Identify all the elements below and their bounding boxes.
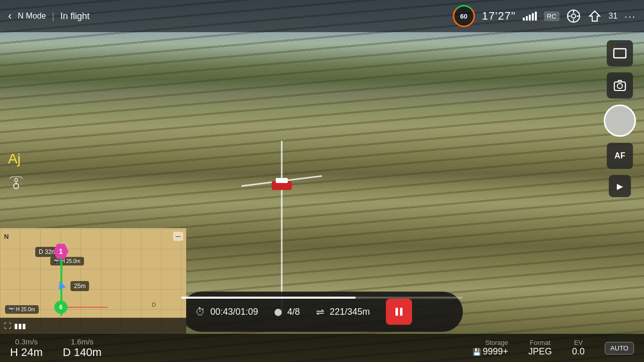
signal-bar-3 [529, 15, 531, 21]
progress-bar-fill [181, 297, 356, 299]
inflight-label: In flight [60, 11, 90, 22]
more-menu-button[interactable]: ··· [624, 11, 636, 22]
timer-number: 60 [460, 13, 467, 20]
auto-button[interactable]: AUTO [605, 342, 634, 354]
storage-group: Storage 💾 9999+ [472, 339, 508, 357]
minimize-button[interactable]: ─ [173, 232, 183, 241]
shutter-button[interactable] [604, 105, 636, 137]
signal-bar-1 [523, 18, 525, 21]
camera-mode-button[interactable] [607, 72, 633, 99]
route-icon: ⇌ [316, 306, 325, 318]
svg-point-12 [617, 83, 622, 88]
h2-text: 📷 H 25.0m [9, 307, 35, 312]
topbar-right: 60 17'27" RC [453, 5, 636, 27]
flight-time: 17'27" [482, 10, 516, 23]
format-group: Format JPEG [528, 339, 552, 357]
signal-bars [523, 12, 537, 21]
circle-icon: ⬤ [274, 308, 282, 316]
minimap-h1-label: 📷 H 25.0m [50, 257, 84, 265]
horizontal-speed-value: 1.6m/s [71, 337, 94, 346]
svg-point-14 [15, 178, 18, 182]
dist2-text: 25m [74, 283, 86, 290]
timer-circle: 60 [453, 5, 475, 27]
topbar: ‹ N Mode | In flight 60 17'27" RC [0, 0, 644, 32]
format-value: JPEG [528, 346, 552, 357]
mission-time-value: 00:43/01:09 [210, 307, 258, 317]
ai-label[interactable]: Aj [8, 151, 24, 167]
mission-time-stat: ⏱ 00:43/01:09 [195, 306, 258, 318]
waypoint-6: 6 [54, 301, 67, 314]
drone-mode-icon[interactable] [8, 175, 24, 194]
mission-waypoint-stat: ⬤ 4/8 [274, 307, 300, 317]
vertical-speed-group: 0.3m/s H 24m [10, 337, 43, 359]
storage-value: 💾 9999+ [472, 346, 508, 357]
svg-rect-16 [395, 308, 398, 316]
separator: | [52, 11, 54, 22]
af-button[interactable]: AF [607, 143, 633, 169]
playback-button[interactable]: ▶ [609, 175, 631, 197]
timer-icon: ⏱ [195, 306, 205, 318]
minimap: N ─ D 32m 📷 H 25.0m 1 ▲ 25m 📷 H 25.0m 6 [0, 228, 186, 334]
svg-point-13 [14, 184, 19, 189]
svg-point-5 [572, 14, 576, 18]
distance-label: D 140m [63, 346, 102, 359]
playback-icon: ▶ [617, 182, 623, 191]
svg-rect-10 [614, 49, 626, 58]
frame-button[interactable] [607, 40, 633, 66]
left-icons: Aj [8, 151, 24, 194]
map-chart-icon[interactable]: ▮▮▮ [14, 322, 26, 330]
mission-distance-stat: ⇌ 221/345m [316, 306, 370, 318]
bottombar: 0.3m/s H 24m 1.6m/s D 140m Storage 💾 999… [0, 334, 644, 362]
horizontal-speed-group: 1.6m/s D 140m [63, 337, 102, 359]
h1-text: 📷 H 25.0m [54, 258, 80, 264]
ev-value: 0.0 [572, 346, 585, 357]
storage-title: Storage [486, 339, 509, 346]
mode-label: N Mode [18, 12, 46, 21]
ev-title: EV [574, 339, 583, 346]
pause-button[interactable] [386, 299, 412, 325]
signal-bar-2 [526, 16, 528, 21]
ev-group: EV 0.0 [572, 339, 585, 357]
storage-icon: 💾 [472, 348, 483, 356]
map-d-label: D [152, 302, 156, 308]
satellite-count: 31 [609, 12, 618, 21]
mission-distance-value: 221/345m [330, 307, 370, 317]
rth-icon[interactable] [588, 9, 602, 23]
minimap-inner: N ─ D 32m 📷 H 25.0m 1 ▲ 25m 📷 H 25.0m 6 [0, 229, 186, 334]
svg-rect-17 [400, 308, 403, 316]
altitude-label: H 24m [10, 346, 43, 359]
map-expand-icon[interactable]: ⛶ [4, 322, 11, 330]
compass-label: N [4, 233, 9, 240]
minimap-h2-label: 📷 H 25.0m [5, 305, 39, 314]
minimap-bottombar: ⛶ ▮▮▮ [0, 318, 186, 334]
rc-label: RC [544, 12, 559, 21]
back-button[interactable]: ‹ [8, 10, 12, 23]
obstacle-icon[interactable] [567, 9, 581, 23]
signal-bar-4 [532, 13, 534, 21]
minimap-dist2-label: 25m [70, 281, 89, 291]
signal-bar-5 [535, 12, 537, 21]
vertical-speed-value: 0.3m/s [15, 337, 38, 346]
map-red-line [67, 307, 108, 308]
format-title: Format [530, 339, 550, 346]
progress-bar-container [181, 297, 463, 299]
right-controls: AF ▶ [604, 40, 636, 197]
mission-waypoint-value: 4/8 [287, 307, 300, 317]
